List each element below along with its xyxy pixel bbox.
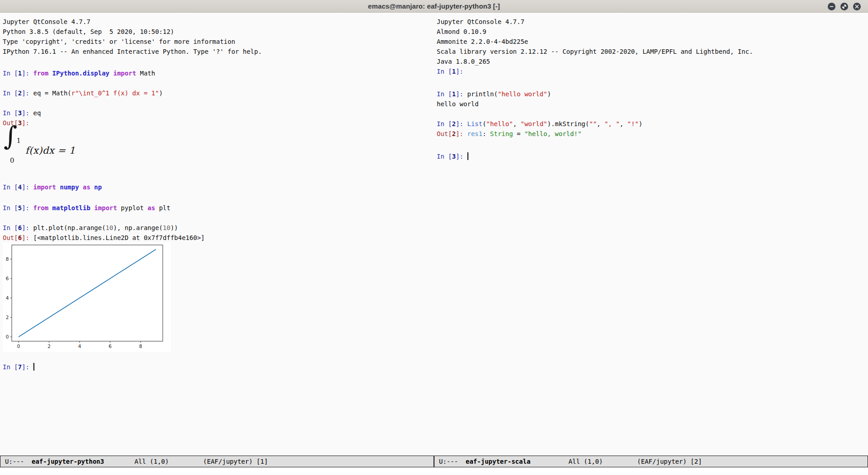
console-line: In [1]: (437, 66, 868, 76)
svg-text:8: 8 (139, 343, 142, 349)
console-line: Jupyter QtConsole 4.7.7 (3, 17, 434, 27)
console-line: Out[6]: [<matplotlib.lines.Line2D at 0x7… (3, 233, 434, 243)
modeline-buffer-name: eaf-jupyter-python3 (32, 458, 104, 465)
integral-lower-limit: 0 (10, 155, 14, 165)
matplotlib-plot: 0246802468 (3, 243, 171, 352)
modeline-eaf-jupyter-scala: U:--- eaf-jupyter-scala All (1,0) (EAF/j… (434, 456, 868, 467)
text-cursor (467, 152, 468, 160)
integral-upper-limit: 1 (16, 136, 21, 146)
console-line: In [5]: from matplotlib import pyplot as… (3, 203, 434, 213)
console-line: In [1]: println("hello world") (437, 89, 868, 99)
console-line: In [7]: (3, 362, 434, 372)
titlebar[interactable]: emacs@manjaro: eaf-jupyter-python3 [-] (0, 0, 868, 13)
console-line: Almond 0.10.9 (437, 27, 868, 37)
close-button[interactable] (853, 3, 861, 10)
modeline-eaf-jupyter-python3: U:--- eaf-jupyter-python3 All (1,0) (EAF… (0, 456, 434, 467)
maximize-icon (840, 3, 848, 10)
console-line: In [6]: plt.plot(np.arange(10), np.arang… (3, 223, 434, 233)
modelines: U:--- eaf-jupyter-python3 All (1,0) (EAF… (0, 456, 868, 467)
svg-text:2: 2 (47, 343, 51, 349)
svg-text:6: 6 (6, 276, 9, 281)
echo-area (0, 467, 868, 475)
modeline-position: All (1,0) (530, 458, 603, 465)
minimize-button[interactable] (828, 3, 835, 10)
console-line: Java 1.8.0_265 (437, 56, 868, 66)
modeline-mode: (EAF/jupyter) [2] (603, 458, 702, 465)
modeline-mode: (EAF/jupyter) [1] (169, 458, 268, 465)
svg-text:4: 4 (78, 343, 81, 349)
window-title: emacs@manjaro: eaf-jupyter-python3 [-] (368, 2, 500, 10)
console-line: In [4]: import numpy as np (3, 182, 434, 192)
maximize-button[interactable] (840, 3, 848, 10)
svg-text:0: 0 (6, 334, 9, 339)
console-line: In [3]: eq (3, 108, 434, 118)
console-pane-scala[interactable]: Jupyter QtConsole 4.7.7Almond 0.10.9Ammo… (434, 13, 868, 456)
console-line: Type 'copyright', 'credits' or 'license'… (3, 37, 434, 47)
console-line: Python 3.8.5 (default, Sep 5 2020, 10:50… (3, 27, 434, 37)
console-line: Out[3]: (3, 118, 434, 128)
console-line: Scala library version 2.12.12 -- Copyrig… (437, 47, 868, 56)
modeline-buffer-name: eaf-jupyter-scala (466, 458, 530, 465)
console-line: In [3]: (437, 151, 868, 161)
console-line: In [2]: eq = Math(r"\int_0^1 f(x) dx = 1… (3, 88, 434, 98)
integral-sign: ∫ (4, 131, 17, 141)
svg-text:0: 0 (17, 343, 20, 349)
console-line: Jupyter QtConsole 4.7.7 (437, 17, 868, 27)
modeline-position: All (1,0) (104, 458, 169, 465)
minimize-icon (828, 3, 835, 10)
console-line: Ammonite 2.2.0-4-4bd225e (437, 37, 868, 47)
window-controls (828, 0, 861, 13)
modeline-prefix: U:--- (5, 458, 32, 465)
svg-text:4: 4 (6, 295, 9, 301)
console-line: Out[2]: res1: String = "hello, world!" (437, 129, 868, 139)
equation-body: f(x)dx = 1 (25, 146, 75, 155)
console-line: IPython 7.16.1 -- An enhanced Interactiv… (3, 47, 434, 56)
latex-equation: ∫10f(x)dx = 1 (4, 135, 434, 166)
close-icon (853, 3, 861, 10)
console-line: In [2]: List("hello", "world").mkString(… (437, 119, 868, 129)
console-pane-python[interactable]: Jupyter QtConsole 4.7.7Python 3.8.5 (def… (0, 13, 434, 456)
console-line: hello world (437, 99, 868, 109)
svg-text:2: 2 (6, 315, 9, 320)
text-cursor (33, 363, 34, 371)
svg-text:6: 6 (108, 343, 112, 349)
console-line: In [1]: from IPython.display import Math (3, 68, 434, 78)
svg-text:8: 8 (6, 256, 9, 262)
modeline-prefix: U:--- (439, 458, 466, 465)
